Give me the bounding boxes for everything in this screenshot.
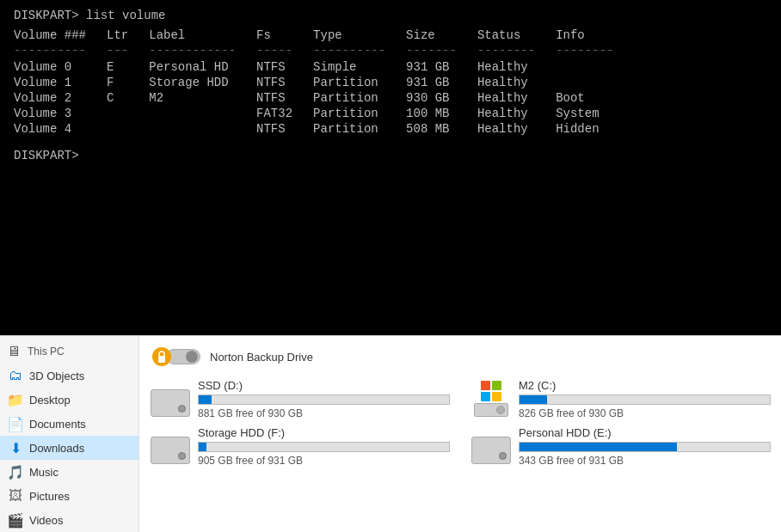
- hdd-icon: [471, 437, 511, 464]
- drive-info: M2 (C:)826 GB free of 930 GB: [519, 379, 771, 419]
- sidebar-label-desktop: Desktop: [29, 394, 71, 407]
- hdd-shape-icon: [474, 403, 508, 417]
- sidebar-this-pc[interactable]: 🖥 This PC: [0, 339, 138, 364]
- drive-grid: SSD (D:)881 GB free of 930 GB M2 (C:)826…: [150, 379, 771, 467]
- col-header-info: Info: [556, 28, 634, 43]
- table-divider-row: ---------- --- ------------ ----- ------…: [14, 43, 634, 59]
- col-header-type: Type: [313, 28, 406, 43]
- col-header-size: Size: [406, 28, 477, 43]
- sidebar-label-music: Music: [29, 466, 58, 479]
- hdd-icon: [151, 389, 190, 417]
- sidebar-label-3d-objects: 3D Objects: [29, 370, 84, 382]
- drive-bar-bg: [519, 442, 771, 452]
- div-ltr: ---: [107, 43, 149, 59]
- drive-name: Personal HDD (E:): [519, 426, 771, 439]
- documents-icon: 📄: [7, 415, 24, 432]
- music-icon: 🎵: [7, 463, 24, 480]
- col-header-status: Status: [477, 28, 556, 43]
- drive-name: M2 (C:): [519, 379, 771, 392]
- 3d-objects-icon: 🗂: [7, 367, 24, 384]
- col-header-label: Label: [149, 28, 256, 43]
- drive-free: 343 GB free of 931 GB: [519, 455, 771, 467]
- drive-bar-fill: [199, 395, 212, 404]
- sidebar-item-documents[interactable]: 📄 Documents: [0, 412, 138, 436]
- drive-bar-bg: [519, 394, 771, 405]
- div-type: ----------: [313, 43, 406, 59]
- norton-label: Norton Backup Drive: [210, 351, 313, 364]
- drive-name: Storage HDD (F:): [198, 426, 450, 439]
- drive-item-storage-hdd-f[interactable]: Storage HDD (F:)905 GB free of 931 GB: [150, 426, 450, 467]
- div-info: --------: [556, 43, 634, 59]
- sidebar-item-music[interactable]: 🎵 Music: [0, 460, 138, 484]
- hdd-icon: [151, 437, 190, 464]
- terminal-prompt-end: DISKPART>: [14, 149, 767, 162]
- table-row: Volume 0EPersonal HDNTFSSimple931 GBHeal…: [14, 59, 634, 75]
- div-label: ------------: [149, 43, 256, 59]
- drive-bar-bg: [198, 394, 450, 405]
- sidebar-item-desktop[interactable]: 📁 Desktop: [0, 388, 138, 412]
- terminal-window: DISKPART> list volume Volume ### Ltr Lab…: [0, 0, 781, 335]
- drive-free: 905 GB free of 931 GB: [198, 455, 450, 467]
- table-row: Volume 4NTFSPartition508 MBHealthyHidden: [14, 121, 634, 137]
- terminal-prompt-line: DISKPART> list volume: [14, 9, 767, 22]
- drive-bar-fill: [520, 395, 547, 404]
- col-header-num: Volume ###: [14, 28, 107, 43]
- table-header-row: Volume ### Ltr Label Fs Type Size Status…: [14, 28, 634, 43]
- sidebar-label-documents: Documents: [29, 418, 86, 431]
- div-fs: -----: [256, 43, 313, 59]
- div-num: ----------: [14, 43, 107, 59]
- drive-bar-fill: [520, 443, 677, 451]
- sidebar-item-3d-objects[interactable]: 🗂 3D Objects: [0, 364, 138, 388]
- file-explorer: 🖥 This PC 🗂 3D Objects 📁 Desktop 📄 Docum…: [0, 335, 781, 532]
- drive-info: Personal HDD (E:)343 GB free of 931 GB: [519, 426, 771, 467]
- col-header-ltr: Ltr: [107, 28, 149, 43]
- this-pc-icon: 🖥: [5, 343, 22, 360]
- norton-icon: [150, 343, 203, 370]
- sidebar-label-pictures: Pictures: [29, 490, 70, 503]
- div-status: --------: [477, 43, 556, 59]
- sidebar-item-pictures[interactable]: 🖼 Pictures: [0, 484, 138, 508]
- drive-free: 881 GB free of 930 GB: [198, 407, 450, 419]
- col-header-fs: Fs: [256, 28, 313, 43]
- pictures-icon: 🖼: [7, 487, 24, 504]
- table-row: Volume 3FAT32Partition100 MBHealthySyste…: [14, 106, 634, 121]
- videos-icon: 🎬: [7, 511, 24, 529]
- table-row: Volume 2CM2NTFSPartition930 GBHealthyBoo…: [14, 90, 634, 106]
- svg-rect-0: [158, 356, 165, 363]
- sidebar-item-downloads[interactable]: ⬇ Downloads: [0, 436, 138, 460]
- drive-item-personal-hdd-e[interactable]: Personal HDD (E:)343 GB free of 931 GB: [470, 426, 771, 467]
- table-row: Volume 1FStorage HDDNTFSPartition931 GBH…: [14, 75, 634, 90]
- drive-info: SSD (D:)881 GB free of 930 GB: [198, 379, 450, 419]
- windows-logo-icon: [474, 381, 508, 417]
- drive-bar-fill: [199, 443, 206, 451]
- main-content: Norton Backup Drive SSD (D:)881 GB free …: [139, 336, 781, 532]
- sidebar: 🖥 This PC 🗂 3D Objects 📁 Desktop 📄 Docum…: [0, 336, 139, 532]
- sidebar-label-downloads: Downloads: [29, 442, 84, 455]
- sidebar-item-videos[interactable]: 🎬 Videos: [0, 508, 138, 532]
- sidebar-label-videos: Videos: [29, 514, 64, 527]
- downloads-icon: ⬇: [7, 439, 24, 456]
- this-pc-label: This PC: [28, 345, 65, 358]
- drive-item-ssd-d[interactable]: SSD (D:)881 GB free of 930 GB: [150, 379, 450, 419]
- drive-name: SSD (D:): [198, 379, 450, 392]
- desktop-icon: 📁: [7, 391, 24, 408]
- drive-bar-bg: [198, 442, 450, 452]
- volume-table: Volume ### Ltr Label Fs Type Size Status…: [14, 28, 634, 137]
- div-size: -------: [406, 43, 477, 59]
- drive-free: 826 GB free of 930 GB: [519, 407, 771, 419]
- drive-item-m2-c[interactable]: M2 (C:)826 GB free of 930 GB: [470, 379, 771, 419]
- drive-info: Storage HDD (F:)905 GB free of 931 GB: [198, 426, 450, 467]
